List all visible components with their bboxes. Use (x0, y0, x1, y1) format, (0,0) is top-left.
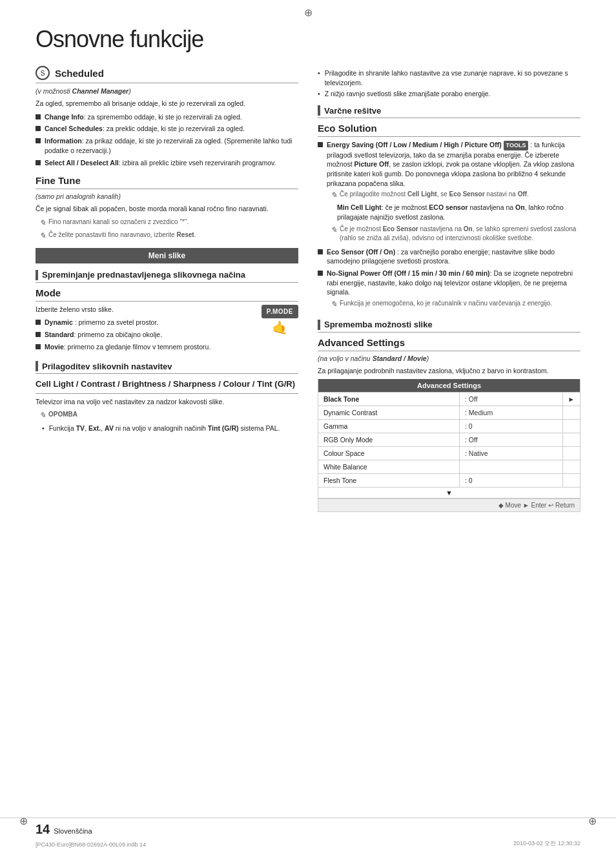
hand-icon: 🤙 (272, 320, 288, 335)
advanced-settings-table: Advanced Settings Black Tone : Off ► Dyn… (318, 379, 580, 498)
bold-text: Eco Sensor (449, 190, 485, 198)
note-text: Če prilagodite možnost Cell Light, se Ec… (340, 190, 529, 199)
fine-tune-note1: ✎ Fino naravnani kanali so označeni z zv… (39, 218, 298, 229)
table-row: RGB Only Mode : Off (318, 433, 580, 447)
varcne-resitve-header: Varčne rešitve (318, 105, 580, 118)
bottom-bar: 14 Slovenščina (0, 817, 616, 837)
table-row: Colour Space : Native (318, 447, 580, 460)
list-item: Select All / Deselect All: izbira ali pr… (36, 158, 298, 168)
row-gamma: Gamma (318, 420, 460, 433)
item-label: Information (45, 137, 82, 145)
pencil-icon: ✎ (331, 225, 337, 236)
row-black-tone: Black Tone (318, 393, 460, 406)
row-dynamic-contrast: Dynamic Contrast (318, 406, 460, 420)
item-text: Cancel Schedules: za preklic oddaje, ki … (45, 124, 245, 134)
table-row: Flesh Tone : 0 (318, 474, 580, 488)
row-white-balance-value (460, 460, 563, 474)
no-signal-label: No-Signal Power Off (Off / 15 min / 30 m… (327, 269, 490, 277)
item-text: Select All / Deselect All: izbira ali pr… (45, 158, 276, 168)
item-text: Change Info: za spremembo oddaje, ki ste… (45, 112, 242, 122)
item-text: Standard: primerno za običajno okolje. (45, 330, 162, 340)
bullet-icon (318, 142, 323, 147)
cell-light-title: Cell Light / Contrast / Brightness / Sha… (36, 378, 298, 393)
prilagoditev-title: Prilagoditev slikovnih nastavitev (42, 362, 172, 371)
item-label: Change Info (45, 113, 84, 121)
item-label: Dynamic (45, 318, 73, 326)
pencil-icon: ✎ (331, 190, 337, 201)
scheduled-title: Scheduled (55, 68, 104, 79)
dot-icon: • (42, 424, 45, 433)
section-bar-icon (318, 105, 320, 116)
energy-saving-content: Energy Saving (Off / Low / Medium / High… (327, 140, 580, 244)
bullet-icon (36, 160, 41, 165)
prilagoditev-header: Prilagoditev slikovnih nastavitev (36, 361, 298, 374)
mode-title: Mode (36, 287, 298, 302)
fine-tune-body: Če je signal šibak ali popačen, boste mo… (36, 204, 298, 214)
row-gamma-value: : 0 (460, 420, 563, 433)
bullet-text: Z nižjo ravnjo svetlosti slike zmanjšate… (325, 89, 491, 99)
p-mode-button[interactable]: P.MODE (262, 305, 298, 318)
bold-text: Off (518, 190, 527, 198)
page-language: Slovenščina (54, 827, 92, 835)
advanced-settings-body: Za prilagajanje podrobnih nastavitev zas… (318, 366, 580, 376)
item-label: Movie (45, 343, 64, 351)
item-label: Standard (45, 331, 74, 338)
table-footer: ◆ Move ► Enter ↩ Return (318, 498, 580, 512)
fine-tune-title: Fine Tune (36, 175, 298, 189)
item-label: Select All / Deselect All (45, 159, 119, 167)
footer-navigation-text: ◆ Move ► Enter ↩ Return (498, 502, 575, 509)
list-item: Standard: primerno za običajno okolje. (36, 330, 255, 340)
list-item: Information: za prikaz oddaje, ki ste jo… (36, 136, 298, 155)
cell-light-section: Cell Light / Contrast / Brightness / Sha… (36, 378, 298, 433)
bold-text: Eco Sensor (383, 225, 418, 232)
spreminjanje-title: Spreminjanje prednastavljenega slikovneg… (42, 270, 245, 280)
list-item: • Z nižjo ravnjo svetlosti slike zmanjša… (318, 89, 580, 99)
table-row: Black Tone : Off ► (318, 393, 580, 406)
table-header-row: Advanced Settings (318, 379, 580, 393)
opomba-container: ✎ OPOMBA (39, 410, 298, 421)
table-body: Black Tone : Off ► Dynamic Contrast : Me… (318, 393, 580, 498)
list-item: Energy Saving (Off / Low / Medium / High… (318, 140, 580, 244)
row-arrow (562, 420, 580, 433)
mode-section: Mode Izberite želeno vrsto slike. Dynami… (36, 287, 298, 357)
right-column: • Prilagodite in shranite lahko nastavit… (318, 66, 580, 512)
table-header: Advanced Settings (318, 379, 580, 393)
bold-text: On (464, 225, 473, 232)
page: ⊕ Osnovne funkcije S Scheduled (v možnos… (0, 0, 616, 853)
advanced-settings-title: Advanced Settings (318, 337, 580, 351)
fine-tune-note: (samo pri analognih kanalih) (36, 192, 298, 200)
bullet-icon (36, 332, 41, 337)
page-number: 14 (36, 822, 50, 837)
bullet-icon (36, 114, 41, 119)
row-dynamic-contrast-value: : Medium (460, 406, 563, 420)
scheduled-body: Za ogled, spremembo ali brisanje oddaje,… (36, 99, 298, 109)
bold-text: On (515, 203, 525, 211)
no-signal-row: No-Signal Power Off (Off / 15 min / 30 m… (318, 269, 580, 312)
crosshair-top-icon: ⊕ (304, 6, 313, 19)
opomba-list: • Funkcija TV, Ext., AV ni na voljo v an… (42, 424, 298, 433)
list-item: • Funkcija TV, Ext., AV ni na voljo v an… (42, 424, 298, 433)
row-arrow (562, 433, 580, 447)
bullet-icon (36, 126, 41, 131)
bullet-icon (36, 138, 41, 143)
note-text: Če je možnost Eco Sensor nastavljena na … (340, 225, 580, 243)
dot-icon: • (318, 89, 320, 99)
table-row: Dynamic Contrast : Medium (318, 406, 580, 420)
list-item: Cancel Schedules: za preklic oddaje, ki … (36, 124, 298, 134)
note-text: Funkcija je onemogočena, ko je računalni… (340, 299, 552, 308)
spreminjanje-header: Spreminjanje prednastavljenega slikovneg… (36, 270, 298, 283)
two-column-layout: S Scheduled (v možnosti Channel Manager)… (36, 66, 580, 512)
section-bar-icon (318, 320, 320, 330)
table-row: ▼ (318, 488, 580, 498)
top-bullet-list: • Prilagodite in shranite lahko nastavit… (318, 68, 580, 99)
opomba-label: OPOMBA (48, 410, 77, 419)
mode-text-area: Izberite želeno vrsto slike. Dynamic : p… (36, 305, 255, 357)
item-label: Cancel Schedules (45, 125, 103, 132)
row-arrow (562, 460, 580, 474)
bold-text: AV (105, 424, 114, 432)
no-signal-note: ✎ Funkcija je onemogočena, ko je računal… (331, 299, 580, 310)
pencil-icon: ✎ (39, 218, 46, 229)
left-column: S Scheduled (v možnosti Channel Manager)… (36, 66, 298, 512)
footer-date: 2010-03-02 오전 12:30:32 (513, 839, 580, 848)
row-arrow (562, 406, 580, 420)
